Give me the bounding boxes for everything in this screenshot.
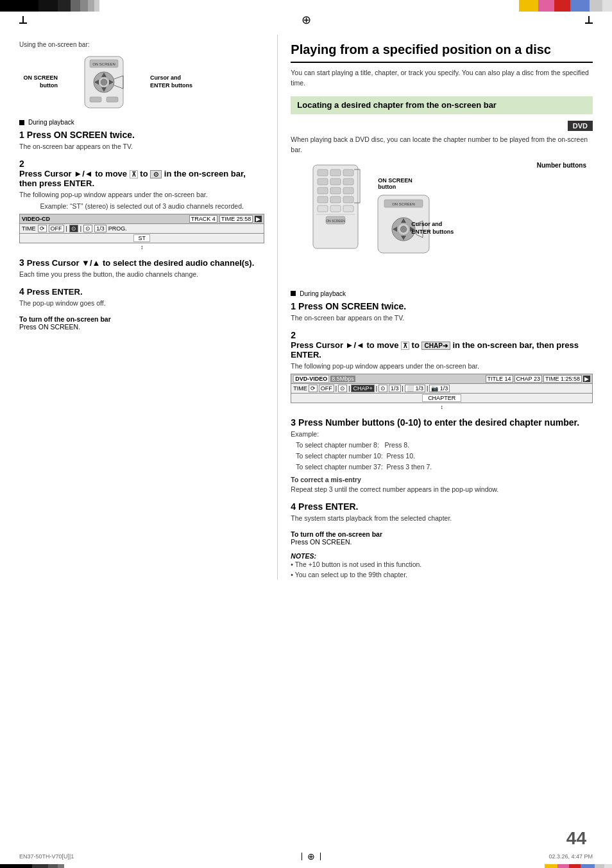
step-4-left: 4 Press ENTER. The pop-up window goes of… — [19, 286, 264, 309]
svg-rect-19 — [318, 178, 328, 185]
number-buttons-label: Number buttons — [537, 162, 586, 169]
svg-point-46 — [400, 226, 407, 232]
footer: EN37-50TH-V70[U]|1 ⊕ 02.3.26, 4:47 PM — [0, 851, 612, 862]
svg-rect-26 — [330, 196, 341, 203]
svg-rect-33 — [343, 205, 353, 212]
page-number: 44 — [566, 828, 586, 849]
step-2-right: 2 Press Cursor ►/◄ to move ⊼ to CHAP➔ in… — [291, 330, 593, 412]
svg-rect-25 — [318, 196, 328, 203]
remote-control-left: ON SCREEN — [65, 53, 142, 111]
step1-title-left: Press ON SCREEN twice. — [27, 130, 135, 140]
remote-area-right: Number buttons — [310, 162, 593, 252]
step-3-left: 3 Press Cursor ▼/▲ to select the desired… — [19, 257, 264, 280]
screen-bar-dvd: DVD-VIDEO 8.5Mbps TITLE 14 CHAP 23 TIME … — [291, 374, 593, 411]
bottom-crosshair-icon: ⊕ — [307, 851, 315, 862]
svg-text:ON SCREEN: ON SCREEN — [92, 62, 115, 66]
svg-rect-10 — [90, 97, 101, 102]
step-1-left: 1 Press ON SCREEN twice. The on-screen b… — [19, 130, 264, 152]
step-1-right: 1 Press ON SCREEN twice. The on-screen b… — [291, 301, 593, 324]
playback-intro-right: When playing back a DVD disc, you can lo… — [291, 135, 593, 155]
screen-bar-left: VIDEO-CD TRACK 4 TIME 25:58 ▶ TIME ⟳ OFF… — [19, 214, 264, 251]
svg-rect-22 — [318, 187, 328, 194]
on-screen-diagram: ON SCREENbutton ON SCREEN — [19, 53, 264, 111]
svg-rect-18 — [343, 169, 353, 176]
svg-rect-23 — [330, 187, 341, 194]
playback-note-left: During playback — [19, 119, 264, 126]
turn-off-right: To turn off the on-screen bar Press ON S… — [291, 530, 593, 546]
svg-rect-16 — [318, 169, 328, 176]
notes-section: NOTES: • The +10 button is not used in t… — [291, 552, 593, 580]
svg-rect-27 — [343, 196, 353, 203]
cursor-enter-label-left: Cursor andENTER buttons — [150, 74, 192, 89]
svg-rect-11 — [106, 97, 118, 102]
svg-rect-17 — [330, 169, 341, 176]
crosshair-icon: ⊕ — [302, 14, 311, 26]
step3-body-right: Example: To select chapter number 8: Pre… — [291, 430, 593, 495]
sub-section-header: Locating a desired chapter from the on-s… — [291, 96, 593, 115]
playback-note-right: During playback — [291, 290, 593, 297]
svg-text:ON SCREEN: ON SCREEN — [326, 219, 345, 223]
example-label-left: Example: “ST” (stereo) is selected out o… — [19, 202, 264, 212]
bullet-icon-right — [291, 291, 296, 296]
turn-off-left: To turn off the on-screen bar Press ON S… — [19, 315, 264, 331]
number-remote-svg: ON SCREEN — [310, 162, 361, 252]
step2-body-left: The following pop-up window appears unde… — [19, 190, 264, 212]
svg-rect-24 — [343, 187, 353, 194]
svg-rect-32 — [330, 205, 341, 212]
on-screen-button-label: ON SCREENbutton — [19, 74, 58, 89]
left-column: Using the on-screen bar: ON SCREENbutton… — [19, 35, 277, 580]
step-3-right: 3 Press Number buttons (0-10) to enter t… — [291, 417, 593, 495]
step1-body-left: The on-screen bar appears on the TV. — [19, 142, 264, 152]
right-column: Playing from a specified position on a d… — [277, 35, 593, 580]
step-4-right: 4 Press ENTER. The system starts playbac… — [291, 501, 593, 524]
page-intro: You can start playing a title, chapter, … — [291, 68, 593, 89]
step2-body-right: The following pop-up window appears unde… — [291, 361, 593, 372]
svg-rect-20 — [330, 178, 341, 185]
svg-rect-31 — [318, 205, 328, 212]
section-label: Using the on-screen bar: — [19, 41, 264, 48]
svg-text:ON SCREEN: ON SCREEN — [392, 202, 415, 206]
page-title: Playing from a specified position on a d… — [291, 41, 593, 63]
step-2-left: 2 Press Cursor ►/◄ to move ⊼ to ⊙ in the… — [19, 159, 264, 252]
svg-rect-21 — [343, 178, 353, 185]
svg-point-9 — [101, 79, 107, 85]
bullet-icon — [19, 120, 24, 125]
